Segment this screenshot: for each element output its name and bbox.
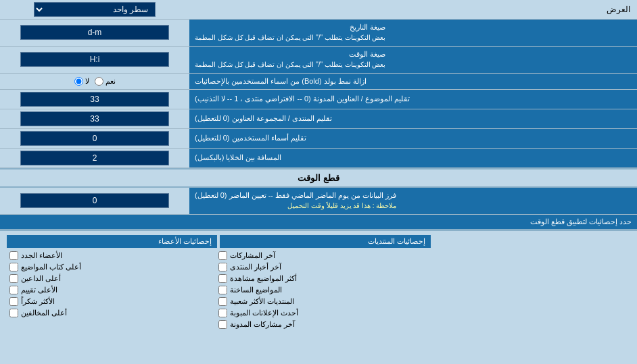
cb-col2-0[interactable]: [9, 251, 18, 260]
cb-col1-item-2: أكثر المواضيع مشاهدة: [216, 274, 422, 284]
cb-col2-item-5: أعلى المخالفين: [7, 308, 213, 318]
display-select-cell: سطر واحد سطرين ثلاثة أسطر: [0, 0, 189, 19]
bold-remove-label: ازالة نمط بولد (Bold) من اسماء المستخدمي…: [189, 74, 637, 89]
bold-radio-group: نعم لا: [74, 77, 116, 86]
empty-header: [431, 235, 630, 248]
cb-col1-item-6: آخر مشاركات المدونة: [216, 319, 422, 330]
bold-yes-label: نعم: [105, 77, 116, 86]
cb-col2-3[interactable]: [9, 286, 18, 294]
distance-label: المسافة بين الخلايا (بالبكسل): [189, 149, 637, 167]
apply-limit-label: حدد إحصائيات لتطبيق قطع الوقت: [5, 217, 632, 226]
forum-order-row: تقليم المنتدى / المجموعة العناوين (0 للت…: [0, 109, 637, 129]
date-format-row: صيغة التاريخ بعض التكوينات يتطلب "/" الت…: [0, 20, 637, 47]
cb-col1-item-5: أحدث الإعلانات المبوبة: [216, 308, 422, 318]
filter-input-cell: [0, 188, 189, 214]
col2-header: إحصائيات الأعضاء: [7, 235, 217, 248]
bold-no-label: لا: [85, 77, 89, 86]
cb-col1-item-1: آخر أخبار المنتدى: [216, 262, 422, 272]
bold-no-radio[interactable]: [74, 77, 83, 86]
main-container: العرض سطر واحد سطرين ثلاثة أسطر صيغة الت…: [0, 0, 637, 334]
filter-input[interactable]: [20, 193, 169, 208]
bold-yes-radio[interactable]: [95, 77, 103, 86]
time-format-input-cell: [0, 47, 189, 73]
display-label: العرض: [189, 2, 637, 17]
cb-col1-0[interactable]: [218, 251, 227, 260]
checkbox-col2: الأعضاء الجدد أعلى كتاب المواضيع أعلى ال…: [7, 251, 213, 330]
distance-input[interactable]: [20, 151, 169, 165]
username-order-input-cell: [0, 129, 189, 148]
date-format-label: صيغة التاريخ بعض التكوينات يتطلب "/" الت…: [189, 20, 637, 46]
cb-col2-item-2: أعلى الداعين: [7, 274, 213, 284]
bold-yes-option: نعم: [95, 77, 116, 86]
distance-input-cell: [0, 149, 189, 167]
cb-col1-item-0: آخر المشاركات: [216, 251, 422, 261]
bold-no-option: لا: [74, 77, 89, 86]
cutoff-header: قطع الوقت: [0, 168, 637, 188]
checkbox-headers: إحصائيات المنتديات إحصائيات الأعضاء: [7, 235, 630, 248]
filter-row: فرز البيانات من يوم الماضر الماضي فقط --…: [0, 188, 637, 215]
bold-remove-radio-cell: نعم لا: [0, 74, 189, 89]
subject-order-label: تقليم الموضوع / العناوين المدونة (0 -- ا…: [189, 90, 637, 109]
date-format-input-cell: [0, 20, 189, 46]
cb-col1-4[interactable]: [218, 297, 227, 306]
cb-col2-4[interactable]: [9, 297, 18, 306]
col1-header: إحصائيات المنتديات: [220, 235, 430, 248]
cb-col2-item-3: الأعلى تقييم: [7, 285, 213, 295]
checkboxes-grid: آخر المشاركات آخر أخبار المنتدى أكثر الم…: [7, 251, 630, 330]
cb-col1-item-3: المواضيع الساخنة: [216, 285, 422, 295]
cb-col1-5[interactable]: [218, 309, 227, 317]
subject-order-input-cell: [0, 90, 189, 109]
cb-col1-6[interactable]: [218, 320, 227, 329]
cb-col1-1[interactable]: [218, 263, 227, 271]
checkbox-col1: آخر المشاركات آخر أخبار المنتدى أكثر الم…: [216, 251, 422, 330]
username-order-input[interactable]: [20, 131, 169, 146]
time-format-input[interactable]: [20, 52, 169, 67]
cb-col2-2[interactable]: [9, 274, 18, 283]
cb-col2-item-0: الأعضاء الجدد: [7, 251, 213, 261]
distance-row: المسافة بين الخلايا (بالبكسل): [0, 149, 637, 168]
bold-remove-row: ازالة نمط بولد (Bold) من اسماء المستخدمي…: [0, 74, 637, 90]
checkboxes-section: إحصائيات المنتديات إحصائيات الأعضاء آخر …: [0, 230, 637, 334]
display-row: العرض سطر واحد سطرين ثلاثة أسطر: [0, 0, 637, 20]
apply-limit-row: حدد إحصائيات لتطبيق قطع الوقت: [0, 215, 637, 230]
username-order-label: تقليم أسماء المستخدمين (0 للتعطيل): [189, 129, 637, 148]
empty-spacer: [424, 251, 630, 330]
time-format-row: صيغة الوقت بعض التكوينات يتطلب "/" التي …: [0, 47, 637, 74]
cb-col2-1[interactable]: [9, 263, 18, 271]
cb-col2-item-1: أعلى كتاب المواضيع: [7, 262, 213, 272]
forum-order-input[interactable]: [20, 111, 169, 126]
username-order-row: تقليم أسماء المستخدمين (0 للتعطيل): [0, 129, 637, 149]
forum-order-label: تقليم المنتدى / المجموعة العناوين (0 للت…: [189, 109, 637, 128]
cb-col1-item-4: المنتديات الأكثر شعبية: [216, 296, 422, 307]
date-format-input[interactable]: [20, 25, 169, 40]
display-select[interactable]: سطر واحد سطرين ثلاثة أسطر: [34, 2, 156, 17]
time-format-label: صيغة الوقت بعض التكوينات يتطلب "/" التي …: [189, 47, 637, 73]
subject-order-row: تقليم الموضوع / العناوين المدونة (0 -- ا…: [0, 90, 637, 109]
cb-col2-5[interactable]: [9, 309, 18, 317]
subject-order-input[interactable]: [20, 92, 169, 107]
cb-col2-item-4: الأكثر شكراً: [7, 296, 213, 307]
cb-col1-3[interactable]: [218, 286, 227, 294]
cb-col1-2[interactable]: [218, 274, 227, 283]
forum-order-input-cell: [0, 109, 189, 128]
filter-label: فرز البيانات من يوم الماضر الماضي فقط --…: [189, 188, 637, 214]
